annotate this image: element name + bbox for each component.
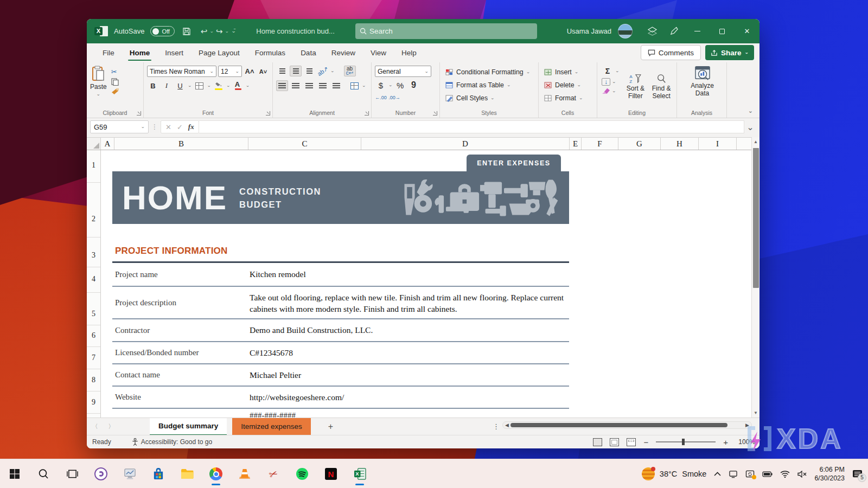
zoom-out-icon[interactable]: − [643, 438, 648, 447]
increase-font-icon[interactable]: A˄ [244, 66, 256, 77]
column-header-f[interactable]: F [582, 138, 618, 150]
sheet-tab-options-icon[interactable]: ⋮ [493, 422, 500, 431]
autosave-toggle[interactable]: Off [150, 26, 174, 36]
chevron-down-icon[interactable]: ⌄ [188, 84, 192, 88]
row-header-1[interactable]: 1 [87, 161, 100, 170]
tab-insert[interactable]: Insert [158, 43, 190, 62]
scroll-down-icon[interactable]: ▼ [752, 410, 760, 415]
comma-format-icon[interactable]: 9 [408, 80, 420, 91]
align-middle-icon[interactable] [290, 66, 302, 76]
excel-taskbar-icon[interactable]: X [353, 467, 367, 481]
column-header-e[interactable]: E [570, 138, 582, 150]
collapse-ribbon-icon[interactable]: ⌄ [748, 107, 753, 114]
bittorrent-icon[interactable] [94, 467, 108, 481]
vlc-icon[interactable] [238, 467, 252, 481]
sheet-nav-left-icon[interactable]: 〈 [87, 422, 103, 431]
notification-center-icon[interactable]: 5 [852, 470, 863, 479]
tab-home[interactable]: Home [123, 43, 157, 62]
row-header-4[interactable]: 4 [87, 275, 100, 284]
decrease-decimal-icon[interactable]: .00→ [388, 92, 400, 103]
field-row-website[interactable]: Website http://websitegoeshere.com/ [112, 387, 569, 409]
horizontal-scrollbar[interactable]: ◀ ▶ [502, 421, 752, 429]
task-manager-icon[interactable] [123, 467, 137, 481]
merge-center-icon[interactable] [348, 80, 360, 91]
battery-icon[interactable] [762, 471, 773, 477]
font-name-combobox[interactable]: Times New Roman⌄ [147, 66, 216, 77]
undo-icon[interactable]: ↩ [201, 27, 208, 36]
number-format-combobox[interactable]: General⌄ [375, 66, 431, 77]
page-layout-view-icon[interactable] [610, 438, 619, 446]
cell-styles-button[interactable]: Cell Styles ⌄ [445, 92, 536, 105]
tab-data[interactable]: Data [293, 43, 323, 62]
percent-format-icon[interactable]: % [394, 80, 406, 91]
save-icon[interactable] [181, 19, 193, 43]
delete-cells-button[interactable]: Delete ⌄ [544, 79, 595, 92]
vertical-scrollbar[interactable]: ▲ ▼ [751, 137, 760, 418]
column-header-c[interactable]: C [248, 138, 361, 150]
column-header-b[interactable]: B [114, 138, 248, 150]
confirm-entry-icon[interactable]: ✓ [177, 123, 183, 131]
ribbon-display-icon[interactable] [641, 19, 663, 43]
clear-icon[interactable] [602, 87, 610, 94]
sheet-tab-itemized-expenses[interactable]: Itemized expenses [232, 418, 311, 435]
field-row-contractor[interactable]: Contractor Demo and Build Construction, … [112, 319, 569, 342]
number-dialog-launcher[interactable] [433, 111, 437, 115]
file-explorer-icon[interactable] [180, 467, 194, 481]
microsoft-store-icon[interactable] [151, 467, 165, 481]
font-dialog-launcher[interactable] [266, 111, 270, 115]
insert-function-icon[interactable]: fx [188, 123, 194, 131]
enter-expenses-button[interactable]: ENTER EXPENSES [467, 155, 561, 172]
alignment-dialog-launcher[interactable] [365, 111, 369, 115]
zoom-slider[interactable] [656, 441, 716, 442]
field-row-project-name[interactable]: Project name Kitchen remodel [112, 263, 569, 287]
comments-button[interactable]: Comments [641, 45, 701, 60]
chevron-down-icon[interactable]: ⌄ [226, 84, 231, 88]
clipboard-dialog-launcher[interactable] [137, 111, 141, 115]
sort-filter-button[interactable]: AZ Sort & Filter [623, 66, 649, 108]
column-header-h[interactable]: H [661, 138, 699, 150]
sheet-tab-budget-summary[interactable]: Budget summary [150, 418, 227, 435]
taskbar-search-icon[interactable] [36, 467, 50, 481]
row-header-5[interactable]: 5 [87, 310, 100, 318]
analyze-data-button[interactable]: AnalyzeData [680, 66, 724, 97]
align-left-icon[interactable] [276, 80, 288, 91]
fill-color-icon[interactable] [213, 80, 225, 91]
paste-button[interactable]: Paste ⌄ [90, 66, 107, 97]
find-select-button[interactable]: Find & Select [648, 66, 674, 108]
tab-help[interactable]: Help [394, 43, 424, 62]
orientation-icon[interactable]: ab↗ [315, 63, 330, 79]
borders-icon[interactable] [194, 80, 206, 91]
pen-mode-icon[interactable] [663, 19, 685, 43]
customize-quick-access-icon[interactable]: ⌄̄ [231, 28, 236, 34]
cast-display-icon[interactable] [729, 470, 738, 478]
select-all-corner[interactable] [87, 138, 101, 150]
zoom-in-icon[interactable]: + [723, 438, 728, 447]
row-header-2[interactable]: 2 [87, 215, 100, 223]
chevron-down-icon[interactable]: ⌄ [207, 84, 212, 88]
page-break-view-icon[interactable] [627, 438, 636, 446]
row-header-8[interactable]: 8 [87, 376, 100, 384]
new-sheet-button[interactable]: + [328, 422, 333, 432]
scroll-up-icon[interactable]: ▲ [752, 139, 760, 144]
normal-view-icon[interactable] [593, 438, 602, 446]
align-top-icon[interactable] [276, 66, 288, 76]
formula-bar-handle[interactable]: ⋮ [151, 123, 158, 131]
chevron-down-icon[interactable]: ⌄ [388, 83, 393, 87]
align-center-icon[interactable] [290, 80, 302, 91]
sheet-nav-right-icon[interactable]: 〉 [103, 422, 119, 431]
share-button[interactable]: Share ⌄ [705, 45, 754, 60]
font-color-icon[interactable]: A [232, 80, 244, 91]
excel-app-icon[interactable]: X [94, 25, 108, 38]
tray-expand-icon[interactable] [714, 472, 721, 476]
row-header-6[interactable]: 6 [87, 331, 100, 340]
currency-format-icon[interactable]: $ [375, 80, 387, 91]
decrease-indent-icon[interactable] [317, 80, 329, 91]
accessibility-status[interactable]: Accessibility: Good to go [132, 438, 212, 446]
tab-view[interactable]: View [363, 43, 393, 62]
fill-down-icon[interactable]: ↓ [602, 78, 610, 86]
hscroll-left-icon[interactable]: ◀ [505, 422, 509, 428]
field-row-partial[interactable]: ###-###-#### [250, 411, 296, 418]
field-row-contact-name[interactable]: Contact name Michael Peltier [112, 364, 569, 387]
tab-file[interactable]: File [95, 43, 122, 62]
tab-formulas[interactable]: Formulas [248, 43, 292, 62]
